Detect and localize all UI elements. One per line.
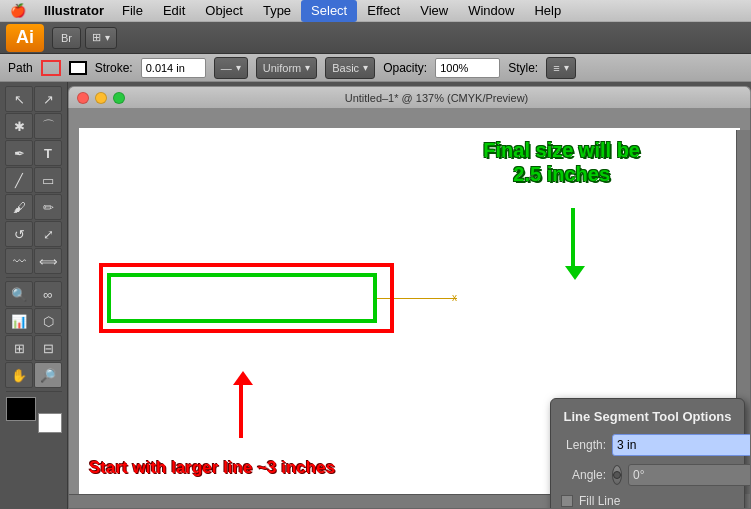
opacity-value[interactable]: 100% xyxy=(435,58,500,78)
traffic-green[interactable] xyxy=(113,92,125,104)
menu-view[interactable]: View xyxy=(410,0,458,22)
path-label: Path xyxy=(8,61,33,75)
tool-lasso[interactable]: ⌒ xyxy=(34,113,62,139)
fill-line-label: Fill Line xyxy=(579,494,620,508)
fill-icon xyxy=(69,61,87,75)
canvas-area: Untitled–1* @ 137% (CMYK/Preview) Final … xyxy=(68,82,751,509)
tool-row-10: ⊞ ⊟ xyxy=(5,335,62,361)
tool-eyedropper[interactable]: 🔍 xyxy=(5,281,33,307)
dialog-angle-row: Angle: xyxy=(561,464,734,486)
control-bar: Ai Br ⊞ xyxy=(0,22,751,54)
angle-input[interactable] xyxy=(628,464,751,486)
tool-row-8: 🔍 ∞ xyxy=(5,281,62,307)
angle-dial[interactable] xyxy=(612,465,622,485)
tool-row-9: 📊 ⬡ xyxy=(5,308,62,334)
style-dropdown[interactable]: ≡ xyxy=(546,57,575,79)
tool-row-3: ✒ T xyxy=(5,140,62,166)
tool-symbol[interactable]: ⬡ xyxy=(34,308,62,334)
tool-row-6: ↺ ⤢ xyxy=(5,221,62,247)
uniform-dropdown[interactable]: Uniform xyxy=(256,57,318,79)
apple-menu[interactable]: 🍎 xyxy=(0,0,36,22)
tool-row-5: 🖌 ✏ xyxy=(5,194,62,220)
main-layout: ↖ ↗ ✱ ⌒ ✒ T ╱ ▭ 🖌 ✏ ↺ ⤢ 〰 ⟺ 🔍 ∞ xyxy=(0,82,751,509)
tool-zoom[interactable]: 🔎 xyxy=(34,362,62,388)
br-button[interactable]: Br xyxy=(52,27,81,49)
menu-file[interactable]: File xyxy=(112,0,153,22)
stroke-label: Stroke: xyxy=(95,61,133,75)
ai-logo: Ai xyxy=(6,24,44,52)
window-title: Untitled–1* @ 137% (CMYK/Preview) xyxy=(131,92,742,104)
menu-help[interactable]: Help xyxy=(524,0,571,22)
tool-divider-1 xyxy=(6,277,62,278)
tool-line[interactable]: ╱ xyxy=(5,167,33,193)
style-label: Style: xyxy=(508,61,538,75)
fill-line-row: Fill Line xyxy=(561,494,734,508)
fill-line-checkbox[interactable] xyxy=(561,495,573,507)
angle-label: Angle: xyxy=(561,468,606,482)
menu-edit[interactable]: Edit xyxy=(153,0,195,22)
tool-scale[interactable]: ⤢ xyxy=(34,221,62,247)
tool-color-box xyxy=(6,397,62,433)
traffic-yellow[interactable] xyxy=(95,92,107,104)
tool-width[interactable]: ⟺ xyxy=(34,248,62,274)
tool-blend[interactable]: ∞ xyxy=(34,281,62,307)
background-color[interactable] xyxy=(38,413,62,433)
window-chrome: Untitled–1* @ 137% (CMYK/Preview) Final … xyxy=(68,86,751,509)
tool-divider-2 xyxy=(6,391,62,392)
tool-select[interactable]: ↖ xyxy=(5,86,33,112)
document-canvas[interactable]: Final size will be 2.5 inches x Start wi… xyxy=(68,108,751,509)
tool-paintbrush[interactable]: 🖌 xyxy=(5,194,33,220)
app-name[interactable]: Illustrator xyxy=(36,0,112,22)
document-dropdown[interactable]: ⊞ xyxy=(85,27,117,49)
foreground-color[interactable] xyxy=(6,397,36,421)
menu-bar: 🍎 Illustrator File Edit Object Type Sele… xyxy=(0,0,751,22)
options-bar: Path Stroke: 0.014 in — Uniform Basic Op… xyxy=(0,54,751,82)
tool-direct-select[interactable]: ↗ xyxy=(34,86,62,112)
dialog: Line Segment Tool Options Length: Angle: xyxy=(550,398,745,509)
menu-type[interactable]: Type xyxy=(253,0,301,22)
opacity-label: Opacity: xyxy=(383,61,427,75)
length-label: Length: xyxy=(561,438,606,452)
tool-row-2: ✱ ⌒ xyxy=(5,113,62,139)
tool-artboard[interactable]: ⊞ xyxy=(5,335,33,361)
traffic-red[interactable] xyxy=(77,92,89,104)
tool-rect[interactable]: ▭ xyxy=(34,167,62,193)
menu-select[interactable]: Select xyxy=(301,0,357,22)
basic-dropdown[interactable]: Basic xyxy=(325,57,375,79)
tool-warp[interactable]: 〰 xyxy=(5,248,33,274)
tool-pencil[interactable]: ✏ xyxy=(34,194,62,220)
tool-row-1: ↖ ↗ xyxy=(5,86,62,112)
tool-magic-wand[interactable]: ✱ xyxy=(5,113,33,139)
window-titlebar: Untitled–1* @ 137% (CMYK/Preview) xyxy=(68,86,751,108)
tool-graph[interactable]: 📊 xyxy=(5,308,33,334)
menu-effect[interactable]: Effect xyxy=(357,0,410,22)
tool-hand[interactable]: ✋ xyxy=(5,362,33,388)
dialog-length-row: Length: xyxy=(561,434,734,456)
tool-slice[interactable]: ⊟ xyxy=(34,335,62,361)
menu-window[interactable]: Window xyxy=(458,0,524,22)
dialog-title: Line Segment Tool Options xyxy=(561,409,734,424)
tool-rotate[interactable]: ↺ xyxy=(5,221,33,247)
tool-row-7: 〰 ⟺ xyxy=(5,248,62,274)
tool-type[interactable]: T xyxy=(34,140,62,166)
tool-row-11: ✋ 🔎 xyxy=(5,362,62,388)
toolbar: ↖ ↗ ✱ ⌒ ✒ T ╱ ▭ 🖌 ✏ ↺ ⤢ 〰 ⟺ 🔍 ∞ xyxy=(0,82,68,509)
stroke-value[interactable]: 0.014 in xyxy=(141,58,206,78)
menu-object[interactable]: Object xyxy=(195,0,253,22)
stroke-icon xyxy=(41,60,61,76)
tool-row-4: ╱ ▭ xyxy=(5,167,62,193)
stroke-dropdown[interactable]: — xyxy=(214,57,248,79)
tool-pen[interactable]: ✒ xyxy=(5,140,33,166)
length-input[interactable] xyxy=(612,434,751,456)
